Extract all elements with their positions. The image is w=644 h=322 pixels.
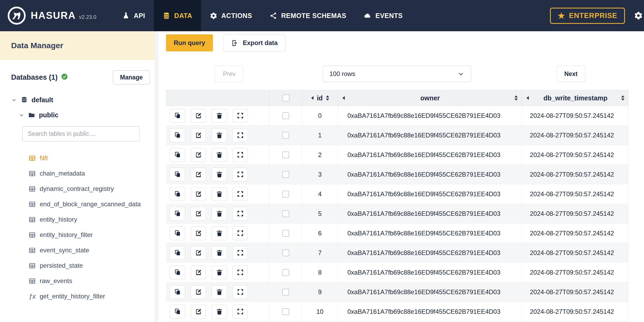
delete-row-button[interactable] [212,207,227,221]
trash-icon [216,249,223,256]
row-checkbox[interactable] [282,308,289,315]
expand-row-button[interactable] [232,148,248,162]
settings-gear-icon[interactable] [634,11,643,20]
row-checkbox[interactable] [282,249,289,256]
tree-item-default[interactable]: default [11,96,150,104]
expand-row-button[interactable] [232,187,248,201]
edit-row-button[interactable] [191,109,206,123]
cell-timestamp: 2024-08-27T09:50:57.245142 [522,204,628,223]
row-checkbox[interactable] [282,132,289,139]
row-checkbox[interactable] [282,171,289,178]
export-data-button[interactable]: Export data [223,34,285,51]
edit-row-button[interactable] [191,148,206,162]
delete-row-button[interactable] [212,187,227,201]
prev-page-button[interactable]: Prev [215,66,244,82]
nav-item-data[interactable]: DATA [154,0,201,31]
run-query-button[interactable]: Run query [166,34,213,51]
edit-row-button[interactable] [191,207,206,221]
expand-row-button[interactable] [232,168,248,181]
edit-row-button[interactable] [191,285,206,299]
table-list-item[interactable]: ƒx raw_events [29,273,150,289]
sort-icon[interactable] [621,95,624,101]
expand-row-button[interactable] [232,266,248,279]
clone-row-button[interactable] [170,207,185,221]
row-checkbox[interactable] [282,151,289,158]
collapse-column-icon[interactable] [311,96,314,100]
table-name: raw_events [40,277,72,285]
expand-row-button[interactable] [232,109,248,123]
clone-row-button[interactable] [170,109,185,123]
rows-per-page-select[interactable]: 100 rows [323,66,471,82]
table-list-item[interactable]: ƒx get_entity_history_filter [29,289,150,304]
table-list-item[interactable]: ƒx persisted_state [29,258,150,273]
clone-row-button[interactable] [170,128,185,142]
copy-icon [174,249,181,256]
tree-item-public[interactable]: public [11,111,150,119]
row-checkbox[interactable] [282,289,289,296]
table-list-item[interactable]: ƒx chain_metadata [29,166,150,181]
collapse-column-icon[interactable] [342,96,345,100]
sort-icon[interactable] [326,95,329,101]
table-grid-icon [29,262,36,269]
row-checkbox[interactable] [282,269,289,276]
select-all-checkbox[interactable] [283,95,289,101]
edit-row-button[interactable] [191,305,206,319]
table-list-item[interactable]: ƒx event_sync_state [29,243,150,258]
edit-row-button[interactable] [191,246,206,260]
delete-row-button[interactable] [212,148,227,162]
clone-row-button[interactable] [170,305,185,319]
sort-icon[interactable] [515,95,518,101]
clone-row-button[interactable] [170,187,185,201]
clone-row-button[interactable] [170,246,185,260]
collapse-column-icon[interactable] [526,96,529,100]
row-checkbox[interactable] [282,112,289,119]
expand-row-button[interactable] [232,285,248,299]
table-list-item[interactable]: ƒx entity_history [29,212,150,227]
clone-row-button[interactable] [170,148,185,162]
delete-row-button[interactable] [212,168,227,181]
sidebar-scrollbar[interactable] [155,31,158,322]
nav-item-events[interactable]: EVENTS [355,0,412,31]
expand-row-button[interactable] [232,246,248,260]
table-list-item[interactable]: ƒx Nft [29,150,150,166]
enterprise-button[interactable]: ★ ENTERPRISE [550,8,625,24]
edit-icon [195,230,202,237]
nav-item-actions[interactable]: ACTIONS [201,0,261,31]
table-row: 0 0xaBA7161A7fb69c88e16ED9f455CE62B791EE… [166,106,628,126]
edit-row-button[interactable] [191,266,206,279]
delete-row-button[interactable] [212,305,227,319]
manage-button[interactable]: Manage [113,70,150,84]
delete-row-button[interactable] [212,266,227,279]
delete-row-button[interactable] [212,285,227,299]
row-actions-cell [166,263,269,282]
nav-item-remote-schemas[interactable]: REMOTE SCHEMAS [261,0,355,31]
row-checkbox[interactable] [282,230,289,237]
edit-row-button[interactable] [191,168,206,181]
delete-row-button[interactable] [212,128,227,142]
table-list-item[interactable]: ƒx end_of_block_range_scanned_data [29,196,150,212]
row-checkbox[interactable] [282,191,289,198]
clone-row-button[interactable] [170,285,185,299]
clone-row-button[interactable] [170,226,185,240]
edit-row-button[interactable] [191,128,206,142]
edit-row-button[interactable] [191,187,206,201]
table-list-item[interactable]: ƒx entity_history_filter [29,227,150,243]
clone-row-button[interactable] [170,168,185,181]
table-list-item[interactable]: ƒx dynamic_contract_registry [29,181,150,196]
expand-row-button[interactable] [232,226,248,240]
clone-row-button[interactable] [170,266,185,279]
delete-row-button[interactable] [212,226,227,240]
delete-row-button[interactable] [212,109,227,123]
next-page-button[interactable]: Next [557,66,585,82]
nav-item-api[interactable]: API [113,0,154,31]
table-name: entity_history [40,216,77,223]
expand-row-button[interactable] [232,128,248,142]
search-tables-input[interactable] [22,126,140,141]
expand-row-button[interactable] [232,305,248,319]
edit-row-button[interactable] [191,226,206,240]
delete-row-button[interactable] [212,246,227,260]
row-checkbox[interactable] [282,210,289,217]
expand-row-button[interactable] [232,207,248,221]
hasura-logo-icon[interactable] [7,6,26,25]
main-nav: API DATA ACTIONS REMOTE SCHEMAS EVENTS [113,0,412,31]
